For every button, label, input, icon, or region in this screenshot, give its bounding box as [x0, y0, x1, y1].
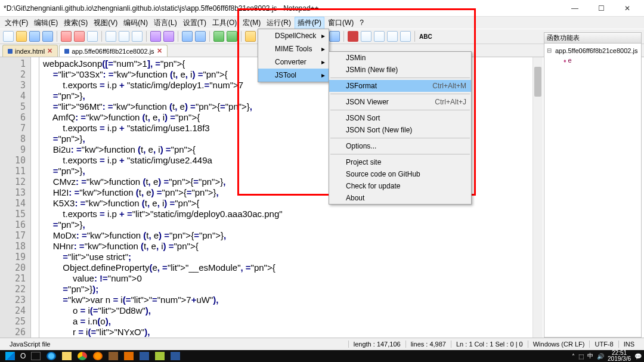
tray-volume-icon[interactable]: 🔊 [597, 353, 604, 360]
menu-item-json-sort[interactable]: JSON Sort [329, 112, 471, 124]
menu-窗口[interactable]: 窗口(W) [326, 17, 356, 29]
status-bar: JavaScript file length : 147,106 lines :… [0, 338, 644, 350]
cut-icon[interactable] [106, 31, 116, 42]
spellcheck-icon[interactable]: ABC [419, 33, 432, 40]
status-insert-mode[interactable]: INS [618, 341, 639, 348]
tab-close-icon[interactable]: ✕ [47, 47, 52, 55]
menu-文件[interactable]: 文件(F) [2, 17, 30, 29]
save-macro-icon[interactable] [400, 31, 411, 42]
menu-item-json-viewer[interactable]: JSON ViewerCtrl+Alt+J [329, 96, 471, 108]
menu-separator [330, 138, 470, 138]
toolbar-sep [241, 31, 242, 42]
print-icon[interactable] [87, 31, 98, 42]
zoom-out-icon[interactable] [227, 31, 237, 42]
stop-macro-icon[interactable] [361, 31, 371, 42]
menu-宏[interactable]: 宏(M) [240, 17, 263, 29]
menu-编码[interactable]: 编码(N) [121, 17, 150, 29]
record-macro-icon[interactable] [348, 31, 358, 42]
replace-icon[interactable] [195, 31, 206, 42]
menu-视图[interactable]: 视图(V) [91, 17, 120, 29]
save-icon[interactable] [29, 31, 40, 42]
start-button-icon[interactable] [5, 352, 15, 360]
shortcut-label: Ctrl+Alt+J [435, 98, 466, 106]
menu-item-options-[interactable]: Options... [329, 140, 471, 152]
file-icon [64, 49, 69, 54]
zoom-in-icon[interactable] [213, 31, 224, 42]
menu-item-jstool[interactable]: JSTool▸ [258, 69, 329, 82]
undo-icon[interactable] [150, 31, 161, 42]
document-tab[interactable]: index.html✕ [2, 45, 58, 57]
minimize-button[interactable]: — [562, 1, 588, 16]
tray-notifications-icon[interactable]: 💬 [634, 353, 642, 360]
bookmark-icon[interactable] [329, 31, 340, 42]
menu-item-converter[interactable]: Converter▸ [258, 55, 329, 69]
tree-root[interactable]: app.5ffe06ff6f8b21ce8002.js [547, 46, 639, 55]
status-length: length : 147,106 [348, 341, 405, 348]
menu-搜索[interactable]: 搜索(S) [61, 17, 90, 29]
menu-设置[interactable]: 设置(T) [181, 17, 209, 29]
menu-item-json-sort-new-file-[interactable]: JSON Sort (New file) [329, 124, 471, 136]
new-file-icon[interactable] [3, 31, 14, 42]
tree-leaf[interactable]: e [547, 55, 639, 66]
menu-item-about[interactable]: About [329, 192, 471, 204]
menu-item-mime-tools[interactable]: MIME Tools▸ [258, 42, 329, 55]
menu-语言[interactable]: 语言(L) [151, 17, 179, 29]
open-file-icon[interactable] [16, 31, 27, 42]
app-icon[interactable] [171, 352, 180, 360]
tray-ime-icon[interactable]: 中 [587, 352, 593, 360]
menu-separator [330, 94, 470, 94]
file-explorer-icon[interactable] [62, 352, 72, 360]
tray-clock[interactable]: 22:512019/3/6 [608, 350, 631, 362]
menu-item-jsmin-new-file-[interactable]: JSMin (New file) [329, 64, 471, 76]
menu-item-jsmin[interactable]: JSMin [329, 52, 471, 64]
paste-icon[interactable] [132, 31, 143, 42]
tab-close-icon[interactable]: ✕ [157, 47, 162, 55]
close-file-icon[interactable] [61, 31, 72, 42]
menu-separator [330, 78, 470, 78]
document-tab[interactable]: app.5ffe06ff6f8b21ce8002.js✕ [59, 45, 167, 57]
menu-item-jsformat[interactable]: JSFormatCtrl+Alt+M [329, 80, 471, 92]
firefox-icon[interactable] [93, 352, 103, 360]
toolbar-sep [209, 31, 210, 42]
close-button[interactable]: ✕ [614, 1, 640, 16]
toolbar-sep [146, 31, 147, 42]
menu-item-check-for-update[interactable]: Check for update [329, 180, 471, 192]
task-view-icon[interactable] [31, 352, 41, 360]
app-icon[interactable] [140, 352, 149, 360]
submenu-arrow-icon: ▸ [321, 32, 325, 40]
toolbar-sep [343, 31, 344, 42]
tray-network-icon[interactable]: ⬚ [578, 353, 584, 360]
redo-icon[interactable] [163, 31, 174, 42]
play-macro-icon[interactable] [374, 31, 385, 42]
notepadpp-icon[interactable] [155, 352, 165, 360]
menu-item-project-site[interactable]: Project site [329, 156, 471, 168]
menu-bar: 文件(F)编辑(E)搜索(S)视图(V)编码(N)语言(L)设置(T)工具(O)… [0, 17, 644, 29]
find-icon[interactable] [182, 31, 193, 42]
save-all-icon[interactable] [42, 31, 53, 42]
status-eol[interactable]: Windows (CR LF) [528, 341, 590, 348]
menu-编辑[interactable]: 编辑(E) [32, 17, 60, 29]
menu-运行[interactable]: 运行(R) [264, 17, 293, 29]
menu-插件[interactable]: 插件(P) [295, 17, 324, 29]
status-file-type: JavaScript file [5, 341, 55, 348]
scrollbar-thumb[interactable] [534, 67, 541, 97]
menu-item-source-code-on-github[interactable]: Source code on GitHub [329, 168, 471, 180]
chrome-icon[interactable] [78, 352, 87, 360]
vertical-scrollbar[interactable] [532, 57, 543, 338]
menu-工具[interactable]: 工具(O) [210, 17, 239, 29]
panel-body: app.5ffe06ff6f8b21ce8002.js e [544, 44, 641, 68]
fold-margin[interactable] [31, 57, 39, 338]
tray-up-icon[interactable]: ˄ [572, 353, 575, 360]
browser-icon[interactable] [47, 352, 56, 360]
menu-item-dspellcheck[interactable]: DSpellCheck▸ [258, 29, 329, 42]
wordwrap-icon[interactable] [245, 31, 256, 42]
app-icon[interactable] [124, 352, 134, 360]
search-icon[interactable]: O [20, 352, 26, 360]
run-macro-icon[interactable] [387, 31, 398, 42]
copy-icon[interactable] [119, 31, 129, 42]
close-all-icon[interactable] [74, 31, 85, 42]
maximize-button[interactable]: ☐ [588, 1, 614, 16]
menu-?[interactable]: ? [357, 18, 366, 27]
status-encoding[interactable]: UTF-8 [589, 341, 618, 348]
app-icon[interactable] [109, 352, 118, 360]
